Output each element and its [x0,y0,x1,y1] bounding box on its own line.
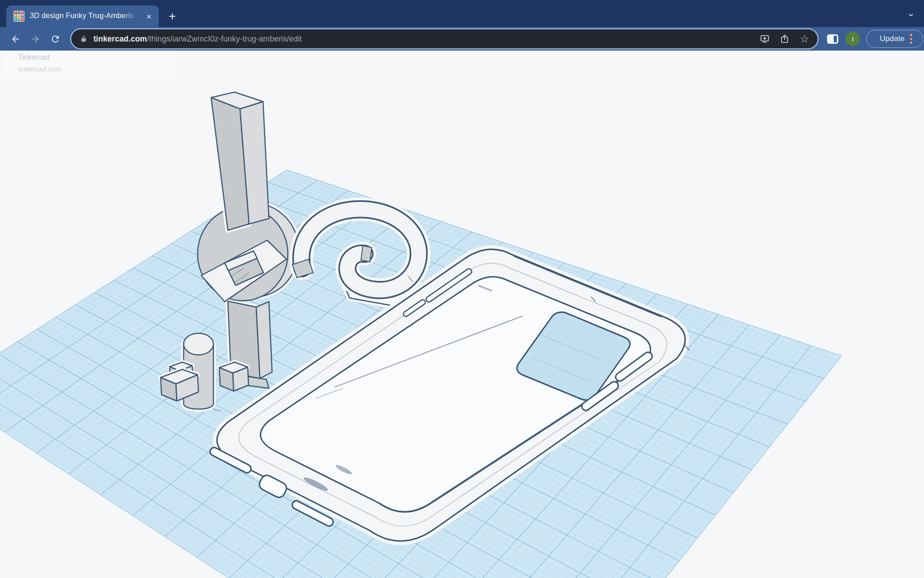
favicon-tile: T [14,11,17,14]
favicon-tile: I [18,11,21,14]
side-panel-icon[interactable] [826,32,839,46]
profile-avatar[interactable]: I [845,32,860,46]
bookmark-star-icon[interactable]: ☆ [798,32,811,46]
url-host: tinkercad.com [93,34,147,43]
favicon-tile: C [14,18,17,21]
viewport-3d[interactable]: Workplane [0,51,924,578]
update-button-label: Update [880,34,905,43]
address-bar[interactable]: tinkercad.com/things/iarwZwmcI0z-funky-t… [71,29,818,48]
favicon-tile: K [14,15,17,18]
tab-close-icon[interactable]: × [143,11,154,22]
favicon-tile: N [21,11,24,14]
url-text[interactable]: tinkercad.com/things/iarwZwmcI0z-funky-t… [93,34,752,44]
update-button[interactable]: Update [866,30,923,48]
window-chevron-down-icon[interactable]: ⌄ [904,6,918,20]
favicon-tile: R [21,15,24,18]
url-path: /things/iarwZwmcI0z-funky-trug-amberis/e… [147,34,302,43]
tab-title: 3D design Funky Trug-Amberis [30,11,134,19]
lock-icon [80,35,87,43]
browser-toolbar: tinkercad.com/things/iarwZwmcI0z-funky-t… [0,27,924,51]
omnibox-ghost-card: Tinkercad tinkercad.com [4,51,175,79]
favicon-tile: E [18,15,21,18]
tinkercad-favicon-icon: TINKERCAD [14,11,24,22]
scene-canvas[interactable]: Workplane [0,51,924,578]
browser-menu-dots-icon[interactable] [910,34,912,44]
install-app-icon[interactable] [758,32,772,46]
forward-icon[interactable] [25,30,45,48]
tab-tinkercad[interactable]: TINKERCAD 3D design Funky Trug-Amberis × [6,5,159,27]
favicon-tile: A [18,18,21,21]
tab-strip: TINKERCAD 3D design Funky Trug-Amberis ×… [0,0,924,27]
ghost-suggestion-title: Tinkercad [18,53,175,61]
wedge-block-object[interactable] [219,362,249,391]
ghost-suggestion-url: tinkercad.com [18,65,175,73]
tab-title-wrap: 3D design Funky Trug-Amberis [30,11,143,21]
favicon-tile: D [21,18,24,21]
browser-window: TINKERCAD 3D design Funky Trug-Amberis ×… [0,0,924,578]
back-icon[interactable] [5,30,25,48]
reload-icon[interactable] [45,30,65,48]
share-icon[interactable] [778,32,791,46]
new-tab-icon[interactable]: + [165,9,180,23]
